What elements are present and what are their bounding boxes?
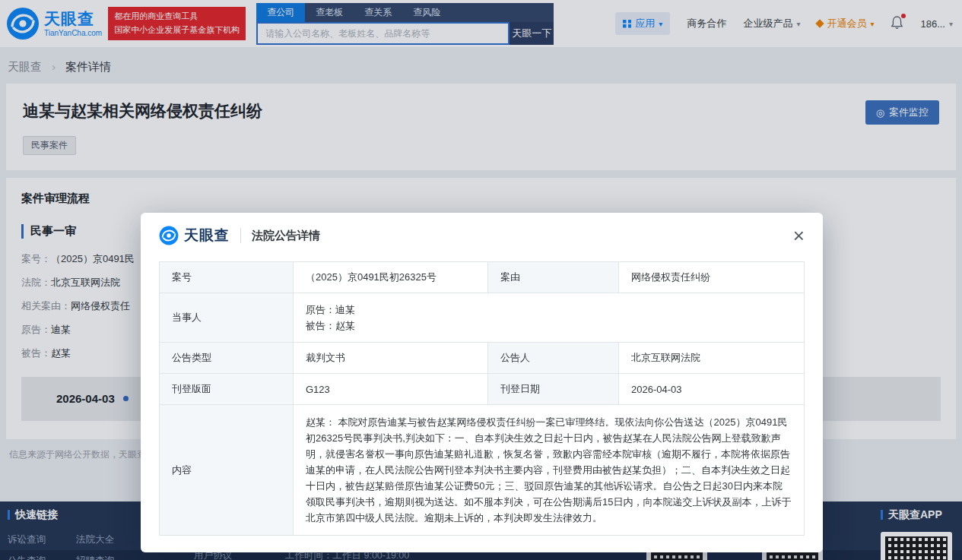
label-announcer: 公告人 xyxy=(488,343,619,374)
table-row: 内容 赵某： 本院对原告迪某与被告赵某网络侵权责任纠纷一案已审理终结。现依法向你… xyxy=(160,405,805,536)
table-row: 公告类型 裁判文书 公告人 北京互联网法院 xyxy=(160,343,805,374)
value-announcer: 北京互联网法院 xyxy=(619,343,805,374)
value-parties: 原告：迪某 被告：赵某 xyxy=(294,293,805,343)
label-parties: 当事人 xyxy=(160,293,294,343)
label-notice-type: 公告类型 xyxy=(160,343,294,374)
value-publish-date: 2026-04-03 xyxy=(619,374,805,405)
modal-brand: 天眼查 xyxy=(184,226,230,245)
modal-title: 法院公告详情 xyxy=(252,229,320,243)
value-cause: 网络侵权责任纠纷 xyxy=(619,262,805,293)
party-plaintiff: 原告：迪某 xyxy=(306,302,792,318)
table-row: 案号 （2025）京0491民初26325号 案由 网络侵权责任纠纷 xyxy=(160,262,805,293)
modal-header: 天眼查 法院公告详情 × xyxy=(141,213,823,255)
value-case-number: （2025）京0491民初26325号 xyxy=(294,262,488,293)
court-notice-modal: 天眼查 法院公告详情 × 案号 （2025）京0491民初26325号 案由 网… xyxy=(141,213,823,552)
value-notice-type: 裁判文书 xyxy=(294,343,488,374)
court-notice-table: 案号 （2025）京0491民初26325号 案由 网络侵权责任纠纷 当事人 原… xyxy=(159,261,805,536)
value-page-layout: G123 xyxy=(294,374,488,405)
table-row: 刊登版面 G123 刊登日期 2026-04-03 xyxy=(160,374,805,405)
modal-title-divider xyxy=(240,228,241,243)
label-case-number: 案号 xyxy=(160,262,294,293)
label-cause: 案由 xyxy=(488,262,619,293)
party-defendant: 被告：赵某 xyxy=(306,318,792,334)
label-publish-date: 刊登日期 xyxy=(488,374,619,405)
label-content: 内容 xyxy=(160,405,294,536)
label-page-layout: 刊登版面 xyxy=(160,374,294,405)
table-row: 当事人 原告：迪某 被告：赵某 xyxy=(160,293,805,343)
value-content: 赵某： 本院对原告迪某与被告赵某网络侵权责任纠纷一案已审理终结。现依法向你公告送… xyxy=(294,405,805,536)
close-icon[interactable]: × xyxy=(793,226,805,245)
tianyancha-logo-icon xyxy=(159,226,179,245)
